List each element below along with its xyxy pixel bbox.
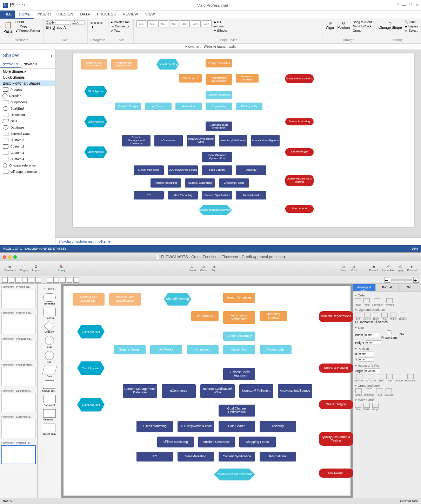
order-back-button[interactable]: Back: [355, 298, 361, 306]
flowchart-shape[interactable]: Wireframes: [191, 311, 219, 321]
tool-icon[interactable]: [53, 277, 59, 283]
lock-button[interactable]: Lock: [376, 388, 382, 396]
effects-button[interactable]: ✦ Effects: [214, 29, 227, 32]
pointer-tool-icon[interactable]: [2, 277, 8, 283]
flowchart-shape[interactable]: E-mail Marketing: [136, 421, 173, 433]
find-button[interactable]: 🔍 Find: [405, 20, 418, 24]
flowchart-shape[interactable]: SEO-Keywords & code: [168, 165, 198, 175]
flowchart-shape[interactable]: Business Tools Integration: [223, 368, 255, 380]
copy-button[interactable]: 📄 Copy: [15, 25, 40, 28]
fill-button[interactable]: ◆ Fill: [214, 20, 227, 24]
flowchart-decision[interactable]: Client Approve: [84, 86, 107, 97]
zoom-in-icon[interactable]: +: [413, 277, 419, 283]
align-middle-button[interactable]: Middle: [390, 313, 397, 320]
italic-button[interactable]: I: [50, 26, 51, 30]
tab-file[interactable]: FILE: [0, 11, 15, 19]
shape-item[interactable]: Custom 4: [0, 156, 55, 162]
flowchart-shape[interactable]: Analytics/ Intelligence: [278, 384, 312, 398]
maximize-icon[interactable]: ☐: [409, 3, 412, 7]
format-painter-button[interactable]: 🖌 Format Painter: [15, 29, 40, 32]
flowchart-shape[interactable]: Copywriting: [223, 345, 255, 354]
text-tab[interactable]: Text: [398, 284, 421, 292]
tool-icon[interactable]: [29, 277, 34, 283]
flip-button[interactable]: Flip: [386, 374, 393, 382]
flowchart-shape[interactable]: Content Syndication: [219, 452, 255, 462]
align-top-button[interactable]: Top: [381, 313, 388, 320]
align-button[interactable]: ⊞Align: [325, 20, 334, 30]
lock-proportions[interactable]: Lock Proportions: [381, 330, 419, 339]
flowchart-shape[interactable]: Quality Assurance & Testing: [319, 432, 353, 446]
angle-input[interactable]: [365, 368, 380, 373]
unlock-button[interactable]: UnLock: [385, 388, 393, 396]
save-icon[interactable]: 💾: [10, 3, 15, 7]
canvas[interactable]: Meeting and ConsultationProposal and Spe…: [55, 50, 421, 237]
thumb-item[interactable]: Flowchart - Selection s...: [0, 388, 37, 414]
flowchart-shape[interactable]: Quality Assurance & Testing: [285, 175, 314, 186]
shape-style-option[interactable]: Abc: [158, 20, 168, 27]
zoom-slider[interactable]: [391, 279, 412, 281]
pages-button[interactable]: 📄Pages: [19, 264, 29, 273]
align-left-icon[interactable]: ≡: [91, 20, 93, 25]
flowchart-shape[interactable]: International: [236, 191, 266, 199]
flowchart-shape[interactable]: Content Assembly: [223, 332, 255, 341]
font-size-select[interactable]: [72, 20, 85, 25]
tab-review[interactable]: REVIEW: [119, 11, 141, 19]
search-tab[interactable]: SEARCH: [21, 61, 40, 68]
flowchart-shape[interactable]: Design Templates: [223, 293, 255, 303]
dist-v-button[interactable]: ⊡ Vertical: [374, 320, 388, 324]
shape-style-option[interactable]: Abc: [136, 20, 146, 27]
layers-button[interactable]: ≣ Layers: [405, 25, 418, 28]
flowchart-shape[interactable]: Art Works: [145, 103, 172, 110]
shape-item[interactable]: Off-page reference: [0, 169, 55, 175]
all-pages[interactable]: All ▴: [99, 240, 105, 243]
flowchart-shape[interactable]: Wireframes: [179, 74, 202, 83]
flowchart-shape[interactable]: Review and Approvement: [198, 205, 232, 215]
shape-style-option[interactable]: Abc: [169, 20, 179, 27]
group-button[interactable]: Group: [355, 388, 362, 396]
flowchart-shape[interactable]: Information Architecture: [223, 311, 255, 324]
rotate-cw-button[interactable]: 90° CW: [355, 374, 363, 382]
stencils-tab[interactable]: STENCILS: [0, 61, 21, 68]
zoom-out-icon[interactable]: −: [385, 277, 390, 283]
connector-button[interactable]: ↘ Connector: [111, 25, 131, 28]
shape-item[interactable]: Subprocess: [0, 99, 55, 105]
shape-style-option[interactable]: Abc: [202, 20, 212, 27]
underline-button[interactable]: U: [53, 26, 55, 30]
flowchart-shape[interactable]: Paid Search: [202, 165, 232, 175]
shape-style-option[interactable]: Abc: [147, 20, 157, 27]
close-traffic-icon[interactable]: [3, 255, 6, 259]
format-button[interactable]: ⬢Format: [368, 264, 379, 273]
tab-insert[interactable]: INSERT: [34, 11, 55, 19]
shape-style-option[interactable]: Abc: [180, 20, 190, 27]
flowchart-shape[interactable]: Content Syndication: [202, 191, 232, 199]
make-size-button[interactable]: Size: [355, 403, 361, 411]
pointer-tool-button[interactable]: ▸ Pointer Tool: [111, 20, 131, 24]
format-tab[interactable]: Format: [376, 284, 399, 292]
chain-button[interactable]: ⊟Chain: [199, 264, 209, 273]
flowchart-shape[interactable]: Copywriting: [206, 103, 232, 110]
shape-item[interactable]: Decision: [0, 93, 55, 99]
flowchart-shape[interactable]: SEO-Keywords & code: [178, 421, 214, 433]
flowchart-shape[interactable]: Viral Marketing: [168, 191, 198, 199]
flowchart-decision[interactable]: Client Approve: [84, 146, 107, 158]
flowchart-shape[interactable]: Design Templates: [206, 59, 232, 67]
flowchart-shape[interactable]: Server & Hosting: [285, 118, 314, 126]
send-back-button[interactable]: Send to Back: [353, 25, 372, 28]
flowchart-shape[interactable]: Auction/ Clearance: [185, 178, 215, 188]
flowchart-shape[interactable]: Review and Approvement: [214, 469, 255, 480]
more-shapes[interactable]: More Shapes ▸: [0, 68, 55, 74]
bold-button[interactable]: B: [46, 26, 49, 30]
shape-item[interactable]: On-page reference: [0, 162, 55, 169]
shape-item[interactable]: Process: [0, 86, 55, 93]
tool-icon[interactable]: [22, 277, 28, 283]
flowchart-shape[interactable]: Intranet Syndication/ Wikis: [200, 384, 235, 398]
shape-item[interactable]: Start/End: [0, 105, 55, 112]
height-input[interactable]: [366, 340, 381, 345]
flowchart-shape[interactable]: Usability: [260, 421, 296, 433]
shape-item[interactable]: Process: [43, 308, 56, 319]
font-family-select[interactable]: [46, 20, 71, 25]
flowchart-shape[interactable]: Goal Channel Optimization: [202, 152, 232, 162]
flowchart-shape[interactable]: eCommerce: [154, 135, 183, 146]
cd-canvas[interactable]: Meeting and ConsultationProposal and Spe…: [64, 286, 350, 496]
flowchart-shape[interactable]: Proposal and Specification: [109, 293, 141, 306]
